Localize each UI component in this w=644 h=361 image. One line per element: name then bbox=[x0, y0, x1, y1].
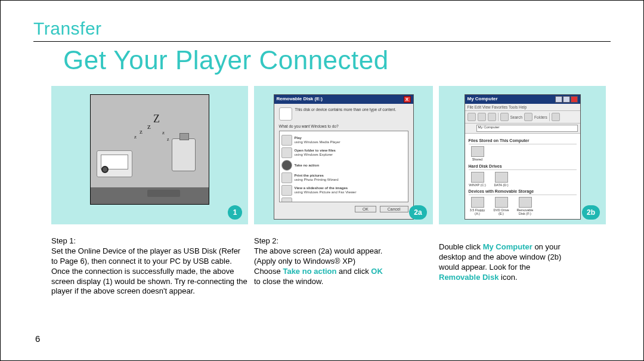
page-title: Get Your Player Connected bbox=[63, 45, 611, 75]
list-item[interactable]: Open folder to view filesusing Windows E… bbox=[281, 147, 406, 158]
list-item[interactable]: View a slideshow of the imagesusing Wind… bbox=[281, 185, 406, 196]
sleep-z-icon: Z bbox=[153, 113, 160, 125]
forward-icon[interactable] bbox=[478, 113, 486, 121]
step-badge-2a: 2a bbox=[409, 205, 427, 220]
highlight-my-computer: My Computer bbox=[483, 242, 532, 251]
illustration-device-sync: Z z z z z z bbox=[90, 94, 209, 205]
drive-icon[interactable]: DATA (D:) bbox=[493, 172, 510, 187]
dialog-title: Removable Disk (E:) bbox=[277, 96, 323, 103]
step-3-line: would appear. Look for the bbox=[439, 263, 530, 271]
illustration-panel-2a: Removable Disk (E:) X This disk or devic… bbox=[254, 86, 433, 224]
step-2-line: to close the window. bbox=[254, 277, 323, 286]
step-1-text: Step 1: Set the Online Device of the pla… bbox=[51, 236, 248, 297]
explorer-toolbar: Search Folders bbox=[465, 111, 580, 124]
list-item[interactable]: Copy pictures to a folder on my computer bbox=[281, 198, 406, 202]
step-2-line: The above screen (2a) would appear. bbox=[254, 246, 382, 255]
step-3-line: desktop and the above window (2b) bbox=[439, 252, 561, 261]
list-item[interactable]: Take no action bbox=[281, 160, 406, 171]
explorer-title: My Computer bbox=[467, 96, 498, 103]
illustration-panel-1: Z z z z z z 1 bbox=[51, 86, 248, 224]
views-icon[interactable] bbox=[552, 113, 560, 121]
sleep-z-icon: z bbox=[162, 129, 165, 135]
close-icon[interactable] bbox=[571, 96, 578, 103]
minimize-icon[interactable] bbox=[555, 96, 562, 103]
column-2: Removable Disk (E:) X This disk or devic… bbox=[254, 86, 433, 297]
explorer-menu-bar[interactable]: File Edit View Favorites Tools Help bbox=[465, 104, 580, 111]
step-2-line: Choose bbox=[254, 267, 283, 276]
dvd-drive-icon[interactable]: DVD Drive (E:) bbox=[493, 197, 510, 215]
explorer-titlebar: My Computer bbox=[465, 95, 580, 104]
section-header: Transfer bbox=[33, 18, 611, 39]
dialog-blurb-text: This disk or device contains more than o… bbox=[295, 107, 397, 121]
group-heading: Hard Disk Drives bbox=[469, 164, 577, 168]
list-item[interactable]: Playusing Windows Media Player bbox=[281, 135, 406, 146]
step-2-line: (Apply only to Windows® XP) bbox=[254, 257, 355, 266]
highlight-removable-disk: Removable Disk bbox=[439, 273, 499, 282]
step-3-text: Double click My Computer on your desktop… bbox=[439, 242, 606, 283]
explorer-window: My Computer File Edit View Favorites Too… bbox=[465, 94, 581, 220]
divider-line bbox=[33, 41, 611, 42]
manual-page: Transfer Get Your Player Connected Z z z… bbox=[0, 0, 644, 361]
maximize-icon[interactable] bbox=[563, 96, 570, 103]
step-2-line: and click bbox=[336, 267, 371, 276]
list-item[interactable]: Print the picturesusing Photo Printing W… bbox=[281, 172, 406, 183]
removable-disk-icon[interactable]: Removable Disk (F:) bbox=[516, 197, 534, 215]
illustration-panel-2b: My Computer File Edit View Favorites Too… bbox=[439, 86, 606, 224]
step-1-heading: Step 1: bbox=[51, 236, 248, 246]
dialog-action-list[interactable]: Playusing Windows Media Player Open fold… bbox=[279, 131, 408, 202]
close-icon[interactable]: X bbox=[404, 96, 411, 103]
media-icon bbox=[279, 107, 292, 121]
folders-icon[interactable] bbox=[524, 113, 532, 121]
highlight-ok: OK bbox=[371, 267, 383, 276]
step-2-heading: Step 2: bbox=[254, 236, 433, 246]
folder-icon[interactable]: Shared bbox=[469, 146, 487, 162]
ok-button[interactable]: OK bbox=[355, 206, 376, 212]
step-badge-2b: 2b bbox=[582, 205, 600, 220]
autoplay-dialog: Removable Disk (E:) X This disk or devic… bbox=[274, 94, 414, 220]
step-3-line: Double click bbox=[439, 242, 483, 251]
sleep-z-icon: z bbox=[140, 128, 143, 135]
group-heading: Files Stored on This Computer bbox=[469, 138, 577, 143]
sleep-z-icon: z bbox=[134, 134, 137, 140]
explorer-address-bar: My Computer bbox=[465, 124, 580, 134]
step-3-line: icon. bbox=[499, 273, 517, 282]
address-field[interactable]: My Computer bbox=[476, 125, 578, 132]
camera-lens-icon bbox=[101, 166, 109, 173]
step-3-line: on your bbox=[532, 242, 561, 251]
content-columns: Z z z z z z 1 Step 1: Set the Online Dev… bbox=[51, 86, 611, 297]
page-number: 6 bbox=[35, 334, 40, 344]
group-heading: Devices with Removable Storage bbox=[469, 189, 577, 193]
highlight-take-no-action: Take no action bbox=[283, 267, 336, 276]
computer-icon bbox=[467, 125, 475, 132]
toolbar-search-label[interactable]: Search bbox=[510, 115, 523, 119]
cancel-button[interactable]: Cancel bbox=[380, 206, 408, 212]
step-2-text: Step 2: The above screen (2a) would appe… bbox=[254, 236, 433, 286]
column-1: Z z z z z z 1 Step 1: Set the Online Dev… bbox=[51, 86, 248, 297]
dialog-prompt: What do you want Windows to do? bbox=[279, 124, 408, 129]
dialog-titlebar: Removable Disk (E:) X bbox=[274, 95, 413, 104]
column-3: My Computer File Edit View Favorites Too… bbox=[439, 86, 606, 297]
search-icon[interactable] bbox=[500, 113, 509, 121]
up-icon[interactable] bbox=[488, 113, 496, 121]
explorer-body: Files Stored on This Computer Shared Har… bbox=[465, 134, 580, 219]
back-icon[interactable] bbox=[467, 113, 476, 121]
sleep-z-icon: z bbox=[167, 137, 169, 142]
floppy-icon[interactable]: 3.5 Floppy (A:) bbox=[469, 197, 487, 215]
usb-cable-icon bbox=[147, 190, 180, 197]
sleep-z-icon: z bbox=[147, 122, 151, 131]
toolbar-folders-label[interactable]: Folders bbox=[534, 115, 547, 119]
drive-icon[interactable]: WINXP (C:) bbox=[469, 172, 487, 187]
mp3-player-icon bbox=[172, 138, 196, 171]
camera-icon bbox=[97, 150, 132, 177]
step-1-body: Set the Online Device of the player as U… bbox=[51, 246, 247, 296]
step-badge-1: 1 bbox=[228, 205, 242, 220]
